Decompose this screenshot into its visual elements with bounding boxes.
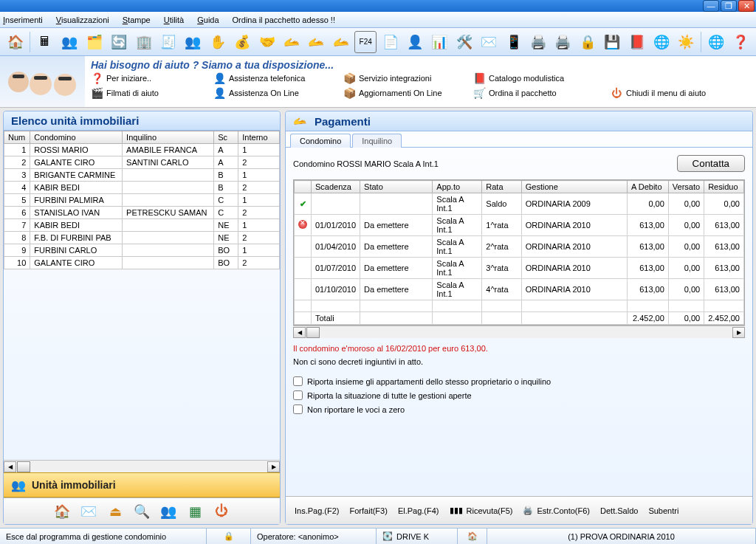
toolbar-people-icon[interactable]: 👥 bbox=[182, 31, 204, 53]
toolbar-doc2-icon[interactable]: 📄 bbox=[379, 31, 401, 53]
toolbar-pdf-icon[interactable]: 📕 bbox=[626, 31, 647, 53]
subject-line: Condomino ROSSI MARIO Scala A Int.1 bbox=[293, 159, 439, 168]
toolbar-calc-icon[interactable]: 🖩 bbox=[34, 31, 55, 53]
svg-rect-5 bbox=[58, 77, 72, 80]
table-row[interactable]: 01/07/2010Da emettereScala A Int.13^rata… bbox=[295, 258, 744, 279]
help-assistenza-online[interactable]: 👤Assistenza On Line bbox=[213, 87, 339, 99]
col-condomino[interactable]: Condomino bbox=[30, 131, 123, 144]
toolbar-chart-icon[interactable]: 📊 bbox=[429, 31, 450, 53]
btn-subentri[interactable]: Subentri bbox=[648, 506, 678, 515]
tb-eject-icon[interactable]: ⏏ bbox=[107, 503, 123, 520]
menu-ordina[interactable]: Ordina il pacchetto adesso !! bbox=[233, 16, 335, 24]
tb-home-icon[interactable]: 🏠 bbox=[54, 503, 70, 520]
toolbar-hand4-icon[interactable]: 🫴 bbox=[306, 31, 327, 53]
menu-utilita[interactable]: Utilità bbox=[164, 16, 185, 24]
table-row[interactable]: 01/04/2010Da emettereScala A Int.12^rata… bbox=[295, 236, 744, 258]
help-chiudi[interactable]: ⏻Chiudi il menu di aiuto bbox=[611, 87, 743, 99]
toolbar-hand3-icon[interactable]: 🫴 bbox=[281, 31, 302, 53]
table-row[interactable]: 01/01/2010Da emettereScala A Int.11^rata… bbox=[295, 215, 744, 236]
tb-power-icon[interactable]: ⏻ bbox=[213, 503, 230, 519]
tab-condomino[interactable]: Condomino bbox=[290, 134, 351, 148]
toolbar-printers-icon[interactable]: 🖨️ bbox=[552, 31, 574, 53]
menu-visualizzazioni[interactable]: Visualizzazioni bbox=[56, 16, 109, 24]
toolbar-building-icon[interactable]: 🏢 bbox=[133, 31, 154, 53]
table-row[interactable]: 10GALANTE CIROBO2 bbox=[4, 257, 280, 269]
toolbar-globe2-icon[interactable]: 🌐 bbox=[705, 31, 726, 53]
toolbar-lock-icon[interactable]: 🔒 bbox=[577, 31, 598, 53]
table-row[interactable]: 4KABIR BEDIB2 bbox=[4, 182, 280, 194]
toolbar-mobile-icon[interactable]: 📱 bbox=[503, 31, 524, 53]
minimize-button[interactable]: — bbox=[703, 0, 719, 12]
table-row[interactable]: 1ROSSI MARIOAMABILE FRANCAA1 bbox=[4, 144, 280, 156]
scroll-right-icon[interactable]: ▶ bbox=[732, 327, 745, 338]
menu-guida[interactable]: Guida bbox=[197, 16, 219, 24]
toolbar-users-icon[interactable]: 👥 bbox=[59, 31, 80, 53]
tb-search-icon[interactable]: 🔍 bbox=[134, 503, 150, 520]
menu-stampe[interactable]: Stampe bbox=[123, 16, 151, 24]
toolbar-user-icon[interactable]: 👤 bbox=[404, 31, 425, 53]
tb-mail-icon[interactable]: ✉️ bbox=[80, 503, 97, 520]
scroll-left-icon[interactable]: ◀ bbox=[4, 461, 16, 472]
chk-non-riportare-zero[interactable]: Non riportare le voci a zero bbox=[293, 404, 745, 414]
help-filmati[interactable]: 🎬Filmati di aiuto bbox=[91, 87, 209, 99]
col-sc[interactable]: Sc bbox=[214, 131, 238, 144]
toolbar-home-icon[interactable]: 🏠 bbox=[4, 31, 26, 53]
btn-estrconto[interactable]: 🖨️Estr.Conto(F6) bbox=[523, 506, 590, 515]
toolbar-f24-icon[interactable]: F24 bbox=[354, 31, 377, 53]
left-scrollbar[interactable]: ◀ ▶ bbox=[4, 460, 280, 472]
pay-scrollbar[interactable]: ◀ ▶ bbox=[293, 326, 745, 338]
table-row[interactable]: 2GALANTE CIROSANTINI CARLOA2 bbox=[4, 156, 280, 169]
scroll-right-icon[interactable]: ▶ bbox=[267, 461, 280, 472]
status-hint: Esce dal programma di gestione condomini… bbox=[0, 528, 207, 544]
table-row[interactable]: 7KABIR BEDINE1 bbox=[4, 219, 280, 232]
chk-tutte-gestioni[interactable]: Riporta la situazione di tutte le gestio… bbox=[293, 390, 745, 400]
btn-forfait[interactable]: Forfait(F3) bbox=[350, 506, 388, 515]
toolbar-mail-icon[interactable]: ✉️ bbox=[478, 31, 500, 53]
chk-riporta-insieme[interactable]: Riporta insieme gli appartamenti dello s… bbox=[293, 376, 745, 386]
table-row[interactable]: 9FURBINI CARLOBO1 bbox=[4, 244, 280, 257]
btn-dettsaldo[interactable]: Dett.Saldo bbox=[600, 506, 638, 515]
scroll-left-icon[interactable]: ◀ bbox=[293, 327, 306, 338]
col-interno[interactable]: Interno bbox=[238, 131, 280, 144]
maximize-button[interactable]: ❐ bbox=[721, 0, 737, 12]
toolbar-refresh-icon[interactable]: 🔄 bbox=[109, 31, 130, 53]
btn-inspag[interactable]: Ins.Pag.(F2) bbox=[295, 506, 340, 515]
tab-inquilino[interactable]: Inquilino bbox=[352, 134, 402, 148]
toolbar-wrench-icon[interactable]: 🛠️ bbox=[453, 31, 475, 53]
table-row[interactable]: 8F.B. DI FURBINI PABNE2 bbox=[4, 232, 280, 244]
toolbar-print-icon[interactable]: 🖨️ bbox=[527, 31, 549, 53]
toolbar-cards-icon[interactable]: 🗂️ bbox=[83, 31, 105, 53]
btn-ricevuta[interactable]: ▮▮▮Ricevuta(F5) bbox=[450, 506, 513, 515]
toolbar-hand2-icon[interactable]: 🤝 bbox=[256, 31, 278, 53]
help-ordina[interactable]: 🛒Ordina il pacchetto bbox=[473, 87, 606, 99]
tb-excel-icon[interactable]: ▦ bbox=[187, 503, 203, 520]
table-row[interactable]: ✔Scala A Int.1SaldoORDINARIA 20090,000,0… bbox=[295, 193, 744, 215]
help-catalogo[interactable]: 📕Catalogo modulistica bbox=[473, 72, 606, 84]
toolbar-hand-icon[interactable]: ✋ bbox=[207, 31, 228, 53]
close-button[interactable]: ✕ bbox=[738, 0, 755, 12]
toolbar-hand5-icon[interactable]: 🫴 bbox=[330, 31, 351, 53]
table-row[interactable]: 5FURBINI PALMIRAC1 bbox=[4, 194, 280, 207]
btn-elpag[interactable]: El.Pag.(F4) bbox=[398, 506, 439, 515]
col-inquilino[interactable]: Inquilino bbox=[123, 131, 214, 144]
toolbar-coins-icon[interactable]: 💰 bbox=[232, 31, 253, 53]
table-row[interactable]: 6STANISLAO IVANPETRESCKU SAMANC2 bbox=[4, 207, 280, 219]
toolbar-globe-icon[interactable]: 🌐 bbox=[650, 31, 672, 53]
table-row[interactable]: 01/10/2010Da emettereScala A Int.14^rata… bbox=[295, 279, 744, 300]
toolbar-doc-icon[interactable]: 🧾 bbox=[157, 31, 179, 53]
toolbar-sun-icon[interactable]: ☀️ bbox=[676, 31, 697, 53]
toolbar-disk-icon[interactable]: 💾 bbox=[601, 31, 622, 53]
units-table[interactable]: Num Condomino Inquilino Sc Interno 1ROSS… bbox=[4, 131, 280, 269]
toolbar-help-icon[interactable]: ❓ bbox=[729, 31, 751, 53]
help-per-iniziare[interactable]: ❓Per iniziare.. bbox=[91, 72, 209, 84]
tb-people-icon[interactable]: 👥 bbox=[160, 503, 176, 520]
help-aggiornamenti[interactable]: 📦Aggiornamenti On Line bbox=[343, 87, 469, 99]
help-title: Hai bisogno di aiuto ? Siamo a tua dispo… bbox=[91, 59, 750, 71]
contact-button[interactable]: Contatta bbox=[677, 155, 745, 172]
col-num[interactable]: Num bbox=[4, 131, 30, 144]
table-row[interactable]: 3BRIGANTE CARMINEB1 bbox=[4, 169, 280, 182]
help-servizio-integrazioni[interactable]: 📦Servizio integrazioni bbox=[343, 72, 469, 84]
menu-inserimenti[interactable]: IInserimentinserimenti bbox=[3, 16, 43, 24]
payments-table[interactable]: Scadenza Stato App.to Rata Gestione A De… bbox=[294, 180, 744, 325]
help-assistenza-telefonica[interactable]: 👤Assistenza telefonica bbox=[213, 72, 339, 84]
